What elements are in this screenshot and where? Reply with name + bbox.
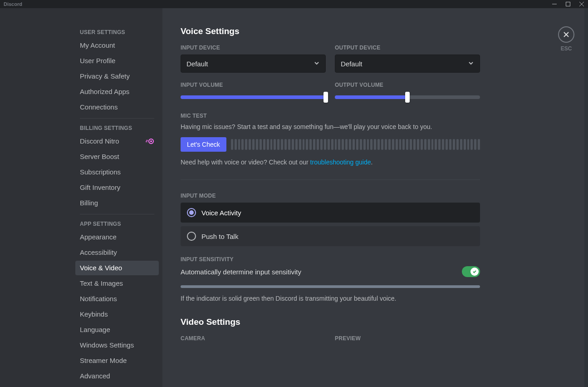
sidebar-header: APP SETTINGS xyxy=(75,218,159,230)
minimize-button[interactable] xyxy=(551,2,558,6)
lets-check-button[interactable]: Let's Check xyxy=(181,137,226,152)
app-title: Discord xyxy=(4,1,22,7)
sidebar-item-text-images[interactable]: Text & Images xyxy=(75,276,159,291)
input-mode-option-label: Push to Talk xyxy=(201,233,238,240)
sidebar-item-label: Streamer Mode xyxy=(80,356,127,365)
output-volume-label: OUTPUT VOLUME xyxy=(335,82,480,88)
sidebar-item-label: Connections xyxy=(80,103,118,112)
input-mode-option-push-to-talk[interactable]: Push to Talk xyxy=(181,226,480,246)
mic-level-meter xyxy=(231,139,480,150)
sensitivity-help: If the indicator is solid green then Dis… xyxy=(181,294,480,303)
close-icon xyxy=(563,31,570,38)
sidebar-item-streamer-mode[interactable]: Streamer Mode xyxy=(75,353,159,368)
sidebar-item-advanced[interactable]: Advanced xyxy=(75,369,159,383)
input-volume-label: INPUT VOLUME xyxy=(181,82,326,88)
sidebar-item-accessibility[interactable]: Accessibility xyxy=(75,245,159,260)
toggle-knob xyxy=(470,268,479,276)
sidebar-item-label: Authorized Apps xyxy=(80,87,129,96)
window-close-button[interactable] xyxy=(578,2,585,6)
sidebar-item-voice-video[interactable]: Voice & Video xyxy=(75,261,159,275)
voice-settings-title: Voice Settings xyxy=(181,26,480,36)
sidebar-divider xyxy=(80,118,154,119)
mic-test-label: MIC TEST xyxy=(181,113,480,119)
preview-label: PREVIEW xyxy=(335,335,480,342)
scrollbar[interactable] xyxy=(584,8,588,387)
sidebar-item-label: User Profile xyxy=(80,56,115,65)
radio-icon xyxy=(187,208,196,217)
sidebar-item-label: Keybinds xyxy=(80,310,108,319)
sidebar-item-label: Language xyxy=(80,325,110,334)
close-label: ESC xyxy=(558,45,574,52)
close-settings-button[interactable] xyxy=(558,26,574,43)
svg-rect-1 xyxy=(566,2,570,6)
sidebar-item-notifications[interactable]: Notifications xyxy=(75,292,159,306)
input-mode-list: Voice ActivityPush to Talk xyxy=(181,203,480,246)
input-volume-slider[interactable] xyxy=(181,92,326,103)
settings-sidebar-region: USER SETTINGSMy AccountUser ProfilePriva… xyxy=(0,8,162,387)
sidebar-item-label: Billing xyxy=(80,198,98,208)
sidebar-item-authorized-apps[interactable]: Authorized Apps xyxy=(75,84,159,99)
sidebar-item-label: Text & Images xyxy=(80,279,123,288)
sidebar-item-windows-settings[interactable]: Windows Settings xyxy=(75,338,159,352)
nitro-badge-icon xyxy=(145,138,154,144)
input-mode-option-label: Voice Activity xyxy=(201,209,241,217)
sidebar-item-user-profile[interactable]: User Profile xyxy=(75,54,159,68)
sidebar-item-my-account[interactable]: My Account xyxy=(75,38,159,53)
sidebar-item-gift-inventory[interactable]: Gift Inventory xyxy=(75,180,159,195)
auto-sensitivity-label: Automatically determine input sensitivit… xyxy=(181,268,301,276)
auto-sensitivity-toggle[interactable] xyxy=(462,266,480,277)
radio-icon xyxy=(187,232,196,241)
camera-label: CAMERA xyxy=(181,335,326,342)
input-mode-option-voice-activity[interactable]: Voice Activity xyxy=(181,203,480,223)
sidebar-item-language[interactable]: Language xyxy=(75,322,159,337)
sidebar-item-label: Subscriptions xyxy=(80,168,121,177)
sidebar-item-label: Notifications xyxy=(80,294,117,303)
sidebar-item-label: Voice & Video xyxy=(80,263,122,273)
sidebar-header: BILLING SETTINGS xyxy=(75,122,159,134)
window-controls xyxy=(551,2,585,6)
sidebar-item-discord-nitro[interactable]: Discord Nitro xyxy=(75,134,159,149)
troubleshooting-guide-link[interactable]: troubleshooting guide xyxy=(310,159,371,166)
mic-test-help: Having mic issues? Start a test and say … xyxy=(181,123,480,132)
sidebar-item-subscriptions[interactable]: Subscriptions xyxy=(75,165,159,179)
input-sensitivity-label: INPUT SENSITIVITY xyxy=(181,256,480,263)
video-settings-title: Video Settings xyxy=(181,317,480,327)
sidebar-item-connections[interactable]: Connections xyxy=(75,100,159,114)
output-volume-slider[interactable] xyxy=(335,92,480,103)
sidebar-item-label: Advanced xyxy=(80,372,110,381)
close-column: ESC xyxy=(558,26,574,52)
output-device-label: OUTPUT DEVICE xyxy=(335,45,480,51)
svg-point-5 xyxy=(150,140,152,142)
sidebar-item-label: Privacy & Safety xyxy=(80,72,130,81)
sidebar-item-label: Discord Nitro xyxy=(80,137,119,146)
input-device-value: Default xyxy=(186,60,208,68)
sensitivity-bar xyxy=(181,285,480,288)
maximize-button[interactable] xyxy=(564,2,572,6)
settings-content-region: ESC Voice Settings INPUT DEVICE Default … xyxy=(162,8,588,387)
sidebar-item-billing[interactable]: Billing xyxy=(75,196,159,210)
input-device-label: INPUT DEVICE xyxy=(181,45,326,51)
sidebar-item-server-boost[interactable]: Server Boost xyxy=(75,149,159,164)
sidebar-item-label: Windows Settings xyxy=(80,341,134,350)
output-device-select[interactable]: Default xyxy=(335,55,480,73)
sidebar-divider xyxy=(80,214,154,214)
sidebar-item-privacy-safety[interactable]: Privacy & Safety xyxy=(75,69,159,84)
divider xyxy=(181,179,480,180)
sidebar-item-keybinds[interactable]: Keybinds xyxy=(75,307,159,322)
slider-thumb[interactable] xyxy=(405,92,410,103)
sidebar-item-label: Accessibility xyxy=(80,248,117,257)
sidebar-header: USER SETTINGS xyxy=(75,26,159,38)
chevron-down-icon xyxy=(314,60,320,68)
input-device-select[interactable]: Default xyxy=(181,55,326,73)
sidebar-item-label: Appearance xyxy=(80,233,117,242)
sidebar-item-label: Server Boost xyxy=(80,152,119,161)
chevron-down-icon xyxy=(468,60,474,68)
sidebar-item-label: Gift Inventory xyxy=(80,183,120,192)
check-icon xyxy=(472,269,477,274)
input-mode-label: INPUT MODE xyxy=(181,193,480,199)
sidebar-item-label: My Account xyxy=(80,41,115,50)
sidebar-item-appearance[interactable]: Appearance xyxy=(75,230,159,244)
slider-thumb[interactable] xyxy=(323,92,328,103)
troubleshoot-text: Need help with voice or video? Check out… xyxy=(181,158,480,167)
output-device-value: Default xyxy=(341,60,363,68)
